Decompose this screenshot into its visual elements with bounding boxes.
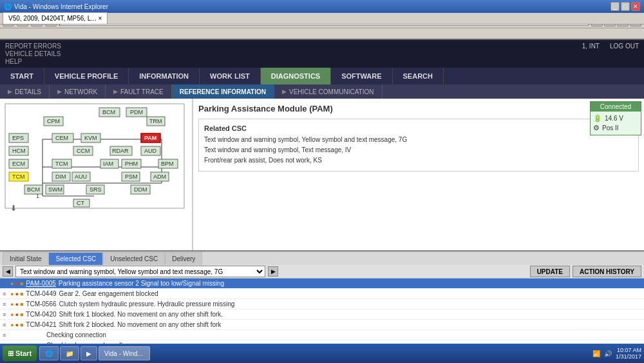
windows-icon: ⊞	[8, 349, 14, 358]
module-title: Parking Assistance Module (PAM)	[198, 104, 639, 113]
svg-text:HCM: HCM	[12, 148, 26, 154]
wl-prev-button[interactable]: ◀	[3, 266, 13, 277]
position-value: Pos II	[602, 124, 619, 132]
subnav-details[interactable]: ▶ DETAILS	[0, 84, 50, 99]
browser-tab[interactable]: V50, 2009, D4204T, MP56, L... ×	[3, 12, 108, 24]
wl-next-button[interactable]: ▶	[268, 266, 278, 277]
logout-link[interactable]: LOG OUT	[610, 43, 639, 50]
tab-unselected-csc[interactable]: Unselected CSC	[103, 252, 165, 265]
item-code: TCM-0421	[26, 321, 56, 328]
item-description: Shift fork 1 blocked. No movement on any…	[59, 311, 223, 318]
svg-text:BCM: BCM	[102, 109, 115, 115]
item-description: Checking connection	[46, 331, 106, 338]
svg-text:PDM: PDM	[130, 109, 143, 115]
nav-software[interactable]: SOFTWARE	[331, 68, 392, 84]
tab-initial-state[interactable]: Initial State	[3, 252, 48, 265]
tab-selected-csc[interactable]: Selected CSC	[48, 252, 103, 265]
content-area: PDM BCM CPM TRM EPS CEM	[0, 99, 644, 363]
nav-work-list[interactable]: WORK LIST	[200, 68, 261, 84]
nav-start[interactable]: START	[0, 68, 44, 84]
report-errors-link[interactable]: REPORT ERRORS	[5, 43, 61, 50]
list-item[interactable]: ≡ ● ● ■ TCM-0566 Clutch system hydraulic…	[0, 299, 644, 309]
address-bar: ◀ ▶ ✕ ↻ → 🏠 ★ ⚙ V50, 2009, D4204T, MP56,…	[0, 13, 644, 28]
voltage-value: 14.6 V	[605, 115, 623, 122]
action-history-button[interactable]: ACTION HISTORY	[573, 266, 641, 277]
orange-circle-icon: ●	[15, 301, 18, 308]
svg-text:PSM: PSM	[125, 173, 138, 180]
yellow-circle-icon: ●	[10, 301, 14, 308]
status-info: 🔋 14.6 V ⚙ Pos II	[591, 112, 641, 135]
svg-text:TCM: TCM	[12, 173, 25, 180]
volume-icon: 🔊	[604, 350, 612, 357]
worklist-list: ≡ ● ● ■ PAM-0005 Parking assistance sens…	[0, 279, 644, 351]
svg-text:SWM: SWM	[48, 186, 62, 193]
status-box: Connected 🔋 14.6 V ⚙ Pos II	[590, 101, 641, 135]
list-item[interactable]: ≡ ● ● ■ TCM-0420 Shift fork 1 blocked. N…	[0, 309, 644, 320]
arrow-icon: ▶	[113, 88, 118, 95]
related-csc-line-2: Text window and warning symbol, Text mes…	[204, 145, 633, 155]
yellow-circle-icon: ●	[10, 291, 14, 297]
position-row: ⚙ Pos II	[593, 124, 638, 132]
taskbar-folder-icon[interactable]: 📁	[60, 346, 79, 360]
network-icon: 📶	[592, 350, 600, 357]
maximize-button[interactable]: □	[621, 2, 630, 11]
item-description: Parking assistance sensor 2 Signal too l…	[59, 280, 224, 287]
nav-information[interactable]: INFORMATION	[129, 68, 200, 84]
list-item[interactable]: ≡ Checking connection	[0, 330, 644, 340]
taskbar-media-icon[interactable]: ▶	[80, 346, 97, 360]
worklist-dropdown[interactable]: Text window and warning symbol, Yellow s…	[15, 266, 265, 277]
subnav-vehicle-communication[interactable]: ▶ VEHICLE COMMUNICATION	[274, 84, 383, 99]
yellow-square-icon: ■	[20, 301, 23, 308]
subnav-network[interactable]: ▶ NETWORK	[50, 84, 106, 99]
item-icons: ● ● ■	[10, 280, 23, 287]
yellow-circle-icon: ●	[10, 280, 14, 287]
nav-vehicle-profile[interactable]: VEHICLE PROFILE	[44, 68, 129, 84]
title-bar: 🌐 Vida - Windows Internet Explorer _ □ ✕	[0, 0, 644, 13]
taskbar: ⊞ Start 🌐 📁 ▶ Vida - Wind... 📶 🔊 10:07 A…	[0, 344, 644, 363]
app-header: REPORT ERRORS VEHICLE DETAILS HELP 1, IN…	[0, 40, 644, 68]
list-item[interactable]: ≡ ● ● ■ TCM-0449 Gear 2. Gear engagement…	[0, 289, 644, 299]
subnav-fault-trace[interactable]: ▶ FAULT TRACE	[106, 84, 172, 99]
item-icons: ● ● ■	[10, 301, 23, 308]
svg-text:⬇: ⬇	[10, 204, 17, 212]
split-area: PDM BCM CPM TRM EPS CEM	[0, 99, 644, 250]
tab-delivery[interactable]: Delivery	[165, 252, 202, 265]
taskbar-vida-item[interactable]: Vida - Wind...	[99, 346, 150, 360]
svg-text:DDM: DDM	[134, 186, 147, 193]
nav-diagnostics[interactable]: DIAGNOSTICS	[261, 68, 331, 84]
list-item[interactable]: ≡ ● ● ■ PAM-0005 Parking assistance sens…	[0, 279, 644, 289]
item-code: TCM-0420	[26, 311, 56, 318]
time-display: 10:07 AM	[617, 347, 641, 353]
hash-mark: ≡	[3, 322, 8, 328]
item-icons: ● ● ■	[10, 311, 23, 318]
orange-circle-icon: ●	[15, 291, 18, 297]
app-header-right: 1, INT LOG OUT	[582, 43, 639, 50]
list-item[interactable]: ≡ ● ● ■ TCM-0421 Shift fork 2 blocked. N…	[0, 320, 644, 330]
network-diagram: PDM BCM CPM TRM EPS CEM	[4, 103, 187, 212]
update-button[interactable]: UPDATE	[530, 266, 570, 277]
arrow-icon: ▶	[57, 88, 62, 95]
taskbar-right: 📶 🔊 10:07 AM 1/31/2017	[592, 347, 641, 360]
window-title: Vida - Windows Internet Explorer	[14, 3, 108, 10]
svg-text:IAM: IAM	[103, 161, 113, 167]
minimize-button[interactable]: _	[611, 2, 620, 11]
item-icons: ● ● ■	[10, 291, 23, 297]
sub-navigation: ▶ DETAILS ▶ NETWORK ▶ FAULT TRACE REFERE…	[0, 84, 644, 99]
taskbar-clock: 10:07 AM 1/31/2017	[616, 347, 641, 360]
hash-mark: ≡	[3, 311, 8, 318]
voltage-row: 🔋 14.6 V	[593, 114, 638, 123]
svg-text:PAM: PAM	[144, 135, 156, 141]
yellow-circle-icon: ●	[10, 311, 14, 318]
position-icon: ⚙	[593, 124, 600, 132]
taskbar-ie-icon[interactable]: 🌐	[39, 346, 59, 360]
vehicle-details-link[interactable]: VEHICLE DETAILS	[5, 50, 61, 57]
hash-mark: ≡	[3, 280, 8, 287]
related-csc-line-3: Front/rear park assist, Does not work, K…	[204, 155, 633, 166]
help-link[interactable]: HELP	[5, 58, 61, 65]
yellow-square-icon: ■	[20, 311, 23, 318]
start-button[interactable]: ⊞ Start	[3, 346, 37, 361]
close-button[interactable]: ✕	[631, 2, 640, 11]
tab-label: V50, 2009, D4204T, MP56, L... ×	[8, 15, 102, 22]
subnav-reference-information[interactable]: REFERENCE INFORMATION	[172, 84, 274, 99]
nav-search[interactable]: SEARCH	[393, 68, 444, 84]
